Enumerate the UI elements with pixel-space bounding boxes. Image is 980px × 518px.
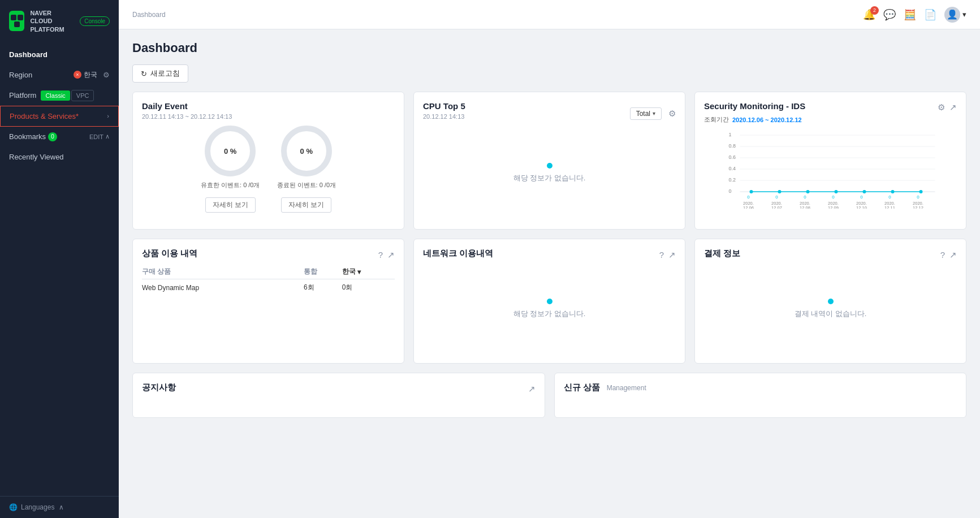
usage-title: 상품 이용 내역 [142,248,197,259]
svg-text:12.07: 12.07 [771,205,782,209]
svg-text:0: 0 [729,188,732,194]
main-area: Dashboard 🔔 2 💬 🧮 📄 👤 ▾ Dashboard ↻ 새로고침 [119,0,980,518]
notice-card-header: 공지사항 ↗ [142,382,536,395]
network-icons: ? ↗ [659,250,676,260]
new-product-card: 신규 상품 Management [554,373,967,418]
svg-point-21 [919,190,923,193]
cpu-gear-icon[interactable]: ⚙ [668,109,676,119]
sidebar-item-recently-viewed[interactable]: Recently Viewed [0,147,119,167]
svg-text:0: 0 [804,195,806,200]
sidebar-item-products[interactable]: Products & Services* › [0,106,119,127]
region-select-arrow-icon: ▾ [357,268,361,276]
svg-text:0: 0 [860,195,863,200]
usage-external-icon[interactable]: ↗ [387,250,395,260]
bookmarks-label: Bookmarks [9,132,46,141]
logo-text: NAVER CLOUD PLATFORM [30,9,74,33]
notification-badge: 2 [870,6,879,15]
new-product-subtitle: Management [607,384,646,392]
usage-region-value: 0회 [342,279,395,296]
network-no-data-dot [547,299,552,304]
region-label: Region [9,71,32,79]
middle-card-grid: 상품 이용 내역 ? ↗ 구매 상품 통합 한국 [132,239,966,364]
page-title: Dashboard [132,41,197,55]
security-period-row: 조회기간 2020.12.06 ~ 2020.12.12 [704,115,957,124]
detail-button-1[interactable]: 자세히 보기 [205,197,256,213]
total-select[interactable]: Total ▾ [630,107,662,120]
cpu-body: 해당 정보가 없습니다. [423,128,676,218]
platform-label: Platform [9,91,36,100]
sidebar-footer[interactable]: 🌐 Languages ∧ [0,496,119,518]
svg-text:12.10: 12.10 [856,205,867,209]
svg-text:0: 0 [832,195,835,200]
sidebar-bookmarks-row: Bookmarks 0 EDIT ∧ [0,127,119,147]
notice-external-icon[interactable]: ↗ [528,384,536,394]
gear-icon[interactable]: ⚙ [103,71,110,79]
avatar-circle: 👤 [944,7,960,23]
bookmarks-edit-button[interactable]: EDIT ∧ [89,133,110,140]
network-help-icon[interactable]: ? [659,250,664,260]
security-card: Security Monitoring - IDS ⚙ ↗ 조회기간 2020.… [694,92,966,230]
payment-no-data-dot [828,299,834,304]
payment-external-icon[interactable]: ↗ [949,250,957,260]
products-arrow-icon: › [107,113,109,119]
daily-event-date: 20.12.11 14:13 ~ 20.12.12 14:13 [142,113,395,120]
select-arrow-icon: ▾ [653,110,655,116]
usage-total-value: 6회 [304,279,342,296]
svg-text:12.09: 12.09 [828,205,839,209]
cpu-date: 20.12.12 14:13 [423,113,465,120]
platform-row: Platform Classic VPC [0,85,119,106]
chevron-up-icon-footer: ∧ [59,503,64,511]
daily-event-card: Daily Event 20.12.11 14:13 ~ 20.12.12 14… [132,92,404,230]
refresh-icon: ↻ [141,70,147,78]
refresh-button[interactable]: ↻ 새로고침 [132,64,188,83]
calculator-icon[interactable]: 🧮 [904,8,916,21]
security-period-label: 조회기간 [704,115,729,124]
network-body: 해당 정보가 없습니다. [423,264,676,354]
event-label-2: 종료된 이벤트: 0 /0개 [277,181,336,189]
security-external-icon[interactable]: ↗ [949,102,957,113]
new-product-header: 신규 상품 Management [564,382,957,393]
detail-button-2[interactable]: 자세히 보기 [281,197,331,213]
payment-card: 결제 정보 ? ↗ 결제 내역이 없습니다. [694,239,966,364]
payment-help-icon[interactable]: ? [940,250,945,260]
sidebar-nav: Dashboard Region × 한국 ⚙ Platform Classic… [0,40,119,496]
payment-no-data-text: 결제 내역이 없습니다. [795,309,867,319]
new-product-title: 신규 상품 [564,382,600,393]
security-gear-icon[interactable]: ⚙ [938,102,945,113]
svg-text:12.06: 12.06 [743,205,754,209]
daily-event-title: Daily Event [142,101,395,111]
breadcrumb: Dashboard [132,11,166,19]
cpu-no-data-dot [547,163,552,169]
cpu-no-data-text: 해당 정보가 없습니다. [513,173,586,183]
bottom-card-grid: 공지사항 ↗ 신규 상품 Management [132,373,966,418]
svg-point-18 [835,190,838,193]
payment-body: 결제 내역이 없습니다. [704,264,957,354]
network-external-icon[interactable]: ↗ [668,250,676,260]
classic-toggle[interactable]: Classic [41,90,70,101]
sidebar-item-dashboard[interactable]: Dashboard [0,45,119,64]
usage-help-icon[interactable]: ? [378,250,383,260]
console-badge[interactable]: Console [80,16,110,26]
svg-rect-2 [14,21,20,27]
chat-icon[interactable]: 💬 [883,8,896,21]
usage-col-region[interactable]: 한국 ▾ [342,265,395,279]
products-label: Products & Services* [10,112,79,120]
region-select[interactable]: 한국 ▾ [342,267,395,277]
svg-text:0: 0 [775,195,778,200]
region-value: 한국 [84,70,97,80]
cpu-card-header: CPU Top 5 20.12.12 14:13 Total ▾ ⚙ [423,101,676,126]
document-icon[interactable]: 📄 [924,8,936,21]
usage-product-name: Web Dynamic Map [142,279,304,296]
security-chart: 1 0.8 0.6 0.4 0.2 0 [704,130,957,220]
svg-point-16 [778,190,782,193]
notification-icon[interactable]: 🔔 2 [863,8,875,21]
content-area: Dashboard ↻ 새로고침 Daily Event 20.12.11 14… [119,29,980,518]
security-card-header: Security Monitoring - IDS ⚙ ↗ [704,101,957,113]
network-card-header: 네트워크 이용내역 ? ↗ [423,248,676,261]
vpc-toggle[interactable]: VPC [71,90,94,101]
refresh-label: 새로고침 [150,68,180,79]
user-avatar[interactable]: 👤 ▾ [944,7,966,23]
page-header: Dashboard [132,41,966,55]
svg-text:0: 0 [917,195,919,200]
region-badge[interactable]: × 한국 ⚙ [74,70,110,80]
